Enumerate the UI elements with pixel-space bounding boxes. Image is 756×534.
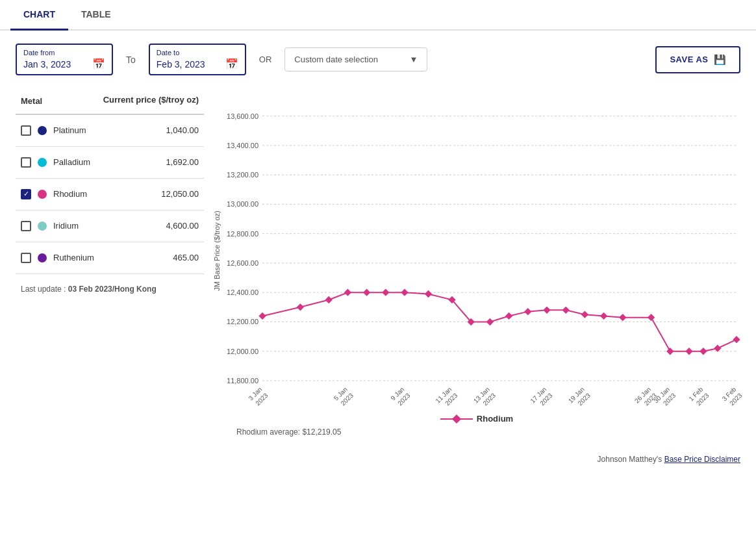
save-icon: 💾 bbox=[714, 54, 727, 66]
list-item[interactable]: Iridium 4,600.00 bbox=[16, 210, 204, 242]
save-label: SAVE AS bbox=[670, 55, 708, 64]
svg-rect-37 bbox=[619, 314, 626, 321]
tab-chart[interactable]: CHART bbox=[10, 0, 68, 31]
date-to-field[interactable]: Date to Feb 3, 2023 📅 bbox=[149, 44, 246, 75]
date-to-value: Feb 3, 2023 bbox=[157, 59, 205, 70]
svg-rect-30 bbox=[486, 318, 494, 325]
metal-color-dot bbox=[38, 222, 47, 231]
metal-price: 465.00 bbox=[153, 253, 199, 262]
svg-rect-41 bbox=[699, 348, 707, 355]
metal-name: Platinum bbox=[53, 125, 147, 135]
metal-checkbox[interactable] bbox=[21, 221, 31, 231]
svg-rect-32 bbox=[524, 308, 531, 315]
calendar-from-icon[interactable]: 📅 bbox=[92, 58, 105, 70]
custom-date-select[interactable]: Custom date selection ▼ bbox=[284, 47, 427, 71]
metal-name: Iridium bbox=[53, 221, 147, 231]
metal-table: Metal Current price ($/troy oz) Platinum… bbox=[16, 88, 204, 437]
legend-diamond-icon bbox=[452, 414, 461, 423]
save-as-button[interactable]: SAVE AS 💾 bbox=[655, 46, 740, 73]
metal-color-dot bbox=[38, 190, 47, 199]
svg-rect-42 bbox=[714, 345, 721, 352]
last-update: Last update : 03 Feb 2023/Hong Kong bbox=[16, 274, 204, 299]
metal-checkbox[interactable] bbox=[21, 253, 31, 263]
svg-text:13,000.00: 13,000.00 bbox=[227, 200, 258, 208]
svg-rect-33 bbox=[543, 307, 550, 314]
list-item[interactable]: Ruthenium 465.00 bbox=[16, 242, 204, 274]
main-content: Metal Current price ($/troy oz) Platinum… bbox=[0, 88, 756, 450]
metal-rows: Platinum 1,040.00 Palladium 1,692.00 Rho… bbox=[16, 115, 204, 274]
disclaimer-link[interactable]: Base Price Disclaimer bbox=[664, 455, 740, 464]
svg-rect-43 bbox=[733, 336, 740, 343]
svg-rect-40 bbox=[685, 348, 692, 355]
metal-name: Ruthenium bbox=[53, 253, 147, 262]
metal-name: Rhodium bbox=[53, 189, 147, 199]
svg-rect-25 bbox=[382, 289, 389, 296]
svg-text:13,400.00: 13,400.00 bbox=[227, 142, 258, 149]
svg-text:13,600.00: 13,600.00 bbox=[227, 112, 258, 120]
metal-name: Palladium bbox=[53, 157, 147, 167]
svg-rect-22 bbox=[325, 296, 333, 303]
legend-rhodium: Rhodium bbox=[440, 414, 513, 424]
metal-price: 1,040.00 bbox=[153, 125, 199, 135]
custom-select-label: Custom date selection bbox=[294, 55, 378, 64]
y-axis-label: JM Base Price ($/troy oz) bbox=[213, 210, 221, 290]
svg-rect-31 bbox=[505, 312, 512, 320]
metal-color-dot bbox=[38, 158, 47, 167]
chart-svg: JM Base Price ($/troy oz) 13,600.0013,40… bbox=[210, 88, 743, 407]
date-from-field[interactable]: Date from Jan 3, 2023 📅 bbox=[16, 44, 113, 75]
col-metal-header: Metal bbox=[21, 96, 42, 106]
svg-rect-20 bbox=[258, 312, 266, 320]
svg-rect-38 bbox=[648, 314, 655, 321]
date-from-label: Date from bbox=[23, 49, 105, 57]
calendar-to-icon[interactable]: 📅 bbox=[225, 58, 238, 70]
metal-checkbox[interactable] bbox=[21, 125, 31, 136]
metal-price: 1,692.00 bbox=[153, 157, 199, 167]
svg-rect-23 bbox=[344, 289, 351, 296]
svg-rect-35 bbox=[581, 311, 588, 318]
chart-svg-container: JM Base Price ($/troy oz) 13,600.0013,40… bbox=[210, 88, 743, 409]
metal-price: 12,050.00 bbox=[153, 189, 199, 199]
svg-text:13,200.00: 13,200.00 bbox=[227, 171, 258, 179]
svg-rect-39 bbox=[666, 348, 674, 355]
col-price-header: Current price ($/troy oz) bbox=[103, 95, 199, 106]
svg-rect-27 bbox=[425, 290, 432, 298]
metal-color-dot bbox=[38, 126, 47, 135]
metal-color-dot bbox=[38, 253, 47, 262]
metal-price: 4,600.00 bbox=[153, 221, 199, 231]
svg-rect-34 bbox=[562, 307, 570, 314]
chevron-down-icon: ▼ bbox=[409, 55, 418, 64]
disclaimer-prefix: Johnson Matthey's bbox=[598, 455, 662, 464]
disclaimer: Johnson Matthey's Base Price Disclaimer bbox=[0, 450, 756, 469]
svg-text:11,800.00: 11,800.00 bbox=[227, 377, 258, 385]
list-item[interactable]: Palladium 1,692.00 bbox=[16, 147, 204, 179]
date-to-label: Date to bbox=[157, 49, 238, 57]
table-header: Metal Current price ($/troy oz) bbox=[16, 88, 204, 115]
legend-label: Rhodium bbox=[477, 414, 513, 424]
chart-average: Rhodium average: $12,219.05 bbox=[210, 427, 743, 437]
to-separator: To bbox=[123, 55, 138, 65]
svg-rect-24 bbox=[363, 289, 370, 296]
tabs-container: CHART TABLE bbox=[0, 0, 756, 31]
date-from-value: Jan 3, 2023 bbox=[23, 59, 71, 70]
list-item[interactable]: Rhodium 12,050.00 bbox=[16, 179, 204, 210]
metal-checkbox[interactable] bbox=[21, 189, 31, 199]
tab-table[interactable]: TABLE bbox=[68, 0, 124, 31]
chart-area: JM Base Price ($/troy oz) 13,600.0013,40… bbox=[204, 88, 743, 437]
legend-line-right bbox=[460, 418, 473, 420]
svg-rect-36 bbox=[600, 312, 607, 320]
svg-text:12,200.00: 12,200.00 bbox=[227, 318, 258, 325]
svg-text:12,600.00: 12,600.00 bbox=[227, 259, 258, 267]
svg-rect-21 bbox=[297, 303, 304, 311]
svg-text:12,400.00: 12,400.00 bbox=[227, 288, 258, 296]
svg-text:12,800.00: 12,800.00 bbox=[227, 230, 258, 238]
svg-rect-26 bbox=[401, 289, 408, 296]
svg-text:12,000.00: 12,000.00 bbox=[227, 348, 258, 355]
list-item[interactable]: Platinum 1,040.00 bbox=[16, 115, 204, 147]
metal-checkbox[interactable] bbox=[21, 157, 31, 168]
chart-legend: Rhodium bbox=[210, 414, 743, 424]
or-separator: OR bbox=[257, 55, 275, 64]
controls-bar: Date from Jan 3, 2023 📅 To Date to Feb 3… bbox=[0, 31, 756, 88]
